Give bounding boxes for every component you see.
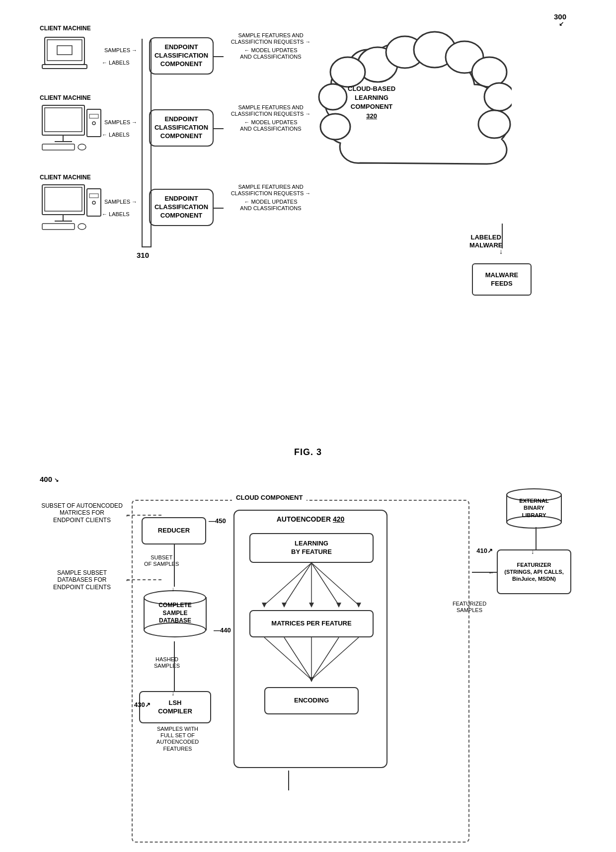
samples-label-1: SAMPLES → (104, 47, 137, 54)
external-binary-cylinder: EXTERNALBINARYLIBRARY (502, 485, 566, 530)
encoding-box: ENCODING (264, 687, 359, 714)
svg-rect-13 (42, 185, 84, 215)
complete-sample-db-text: COMPLETESAMPLEDATABASE (139, 602, 211, 625)
svg-rect-1 (47, 40, 82, 61)
svg-marker-44 (356, 603, 361, 608)
svg-marker-41 (282, 603, 287, 608)
malware-feeds-box: MALWAREFEEDS (472, 263, 532, 296)
line-r1 (214, 56, 224, 57)
sample-features-label-2: SAMPLE FEATURES ANDCLASSIFICTION REQUEST… (221, 104, 320, 117)
svg-point-19 (92, 201, 95, 204)
svg-rect-3 (42, 65, 87, 69)
svg-rect-17 (87, 189, 101, 216)
endpoint-box-3: ENDPOINTCLASSIFICATIONCOMPONENT (149, 189, 214, 226)
autoencoder-label: AUTOENCODER 420 (277, 515, 345, 524)
arrow-encoding-down (288, 771, 289, 790)
cloud-text-fig3: CLOUD-BASEDLEARNINGCOMPONENT320 (348, 84, 395, 121)
labeled-malware-label: LABELEDMALWARE (469, 233, 502, 249)
learning-by-feature-box: LEARNINGBY FEATURE (249, 533, 374, 563)
endpoint-box-1: ENDPOINTCLASSIFICATIONCOMPONENT (149, 37, 214, 75)
cloud-component-label: CLOUD COMPONENT (232, 494, 307, 501)
featurized-samples-label: FEATURIZEDSAMPLES (445, 601, 494, 614)
svg-point-29 (330, 57, 365, 87)
client-machine-label-2: CLIENT MACHINE (40, 94, 91, 101)
hashed-samples-label: HASHEDSAMPLES (154, 656, 180, 669)
arrow-down-1: ↓ (499, 247, 503, 255)
svg-rect-4 (42, 105, 84, 135)
svg-point-30 (319, 84, 347, 110)
autoencoder-box: AUTOENCODER 420 LEARNINGBY FEATURE MATRI… (233, 510, 387, 768)
reducer-number: —450 (209, 517, 226, 525)
fig4-diagram: 400 ↘ CLOUD COMPONENT SUBSET OF AUTOENCO… (35, 472, 581, 852)
bracket-310 (142, 39, 152, 247)
svg-rect-20 (42, 224, 75, 230)
complete-sample-db-cylinder: COMPLETESAMPLEDATABASE (139, 587, 211, 641)
labels-label-2: ← LABELS (102, 132, 130, 138)
svg-marker-50 (309, 677, 314, 682)
samples-label-2: SAMPLES → (104, 119, 137, 126)
svg-marker-40 (262, 603, 267, 608)
arrow-down-to-db: ↓ (171, 586, 174, 593)
arrow-down-feat: ↓ (531, 548, 534, 555)
svg-point-27 (484, 83, 512, 111)
sample-subset-label: SAMPLE SUBSETDATABASES FORENDPOINT CLIEN… (40, 569, 124, 591)
model-updates-label-2: ← MODEL UPDATESAND CLASSIFICATIONS (221, 119, 320, 132)
svg-rect-18 (89, 194, 98, 198)
model-updates-label-1: ← MODEL UPDATESAND CLASSIFICATIONS (221, 47, 320, 60)
sample-features-label-1: SAMPLE FEATURES ANDCLASSIFICTION REQUEST… (221, 32, 320, 45)
svg-rect-14 (45, 187, 82, 211)
subset-autoencoded-label: SUBSET OF AUTOENCODEDMATRICES FORENDPOIN… (40, 502, 124, 524)
featurizer-box: FEATURIZER(STRINGS, API CALLS,BinJuice, … (497, 549, 571, 594)
labels-label-1: ← LABELS (102, 60, 130, 66)
matrices-per-feature-box: MATRICES PER FEATURE (249, 610, 374, 637)
labels-label-3: ← LABELS (102, 211, 130, 218)
bracket-label-310: 310 (137, 251, 149, 259)
svg-marker-43 (336, 603, 341, 608)
svg-marker-42 (309, 603, 314, 608)
dashed-arrow-head-2: ← (125, 577, 131, 584)
svg-point-31 (320, 114, 350, 140)
diagram-container: 300 ↙ CLIENT MACHINE SAMPLES → ← LABELS … (0, 0, 616, 852)
samples-label-3: SAMPLES → (104, 199, 137, 205)
computer-icon-2 (40, 104, 104, 154)
svg-point-10 (92, 122, 95, 125)
cloud-shape-fig3: CLOUD-BASEDLEARNINGCOMPONENT320 (318, 25, 512, 194)
svg-rect-11 (42, 144, 75, 150)
computer-icon-1 (40, 35, 99, 79)
complete-sample-db-number: —440 (214, 626, 231, 634)
svg-rect-5 (45, 108, 82, 132)
svg-point-28 (478, 110, 510, 138)
external-binary-text: EXTERNALBINARYLIBRARY (502, 497, 566, 519)
svg-rect-9 (89, 114, 98, 118)
dashed-arrow-1 (127, 515, 161, 516)
svg-point-21 (78, 224, 86, 230)
fig3-ref-number: 300 ↙ (554, 12, 566, 21)
reducer-box: REDUCER (142, 517, 206, 544)
svg-rect-8 (87, 109, 101, 137)
line-r2 (214, 128, 224, 129)
svg-point-12 (78, 144, 86, 150)
sample-features-label-3: SAMPLE FEATURES ANDCLASSIFICTION REQUEST… (221, 184, 320, 197)
arrow-feat-to-auto-head: ← (488, 569, 494, 576)
fan-arrows-down-svg (249, 637, 374, 682)
samples-full-set-label: SAMPLES WITHFULL SET OFAUTOENCODEDFEATUR… (142, 726, 214, 752)
fig3-caption: FIG. 3 (10, 447, 606, 458)
client-machine-label-3: CLIENT MACHINE (40, 174, 91, 181)
fig4-ref-number: 400 ↘ (40, 475, 59, 483)
line-r3 (214, 208, 224, 209)
model-updates-label-3: ← MODEL UPDATESAND CLASSIFICATIONS (221, 199, 320, 212)
arrow-ext-to-feat (536, 527, 537, 549)
fan-arrows-svg (249, 563, 374, 608)
dashed-arrow-head-1: ← (125, 512, 131, 519)
svg-point-53 (144, 623, 206, 637)
featurizer-number: 410↗ (476, 547, 493, 554)
computer-icon-3 (40, 184, 104, 233)
endpoint-box-2: ENDPOINTCLASSIFICATIONCOMPONENT (149, 109, 214, 147)
arrow-reducer-to-db (174, 544, 175, 587)
client-machine-label-1: CLIENT MACHINE (40, 25, 91, 32)
arrow-down-to-lsh: ↓ (171, 690, 174, 697)
arrow-db-to-lsh (174, 641, 175, 691)
svg-rect-2 (57, 46, 72, 55)
lsh-compiler-number: 430↗ (134, 701, 151, 708)
fig3-diagram: 300 ↙ CLIENT MACHINE SAMPLES → ← LABELS … (35, 10, 581, 442)
